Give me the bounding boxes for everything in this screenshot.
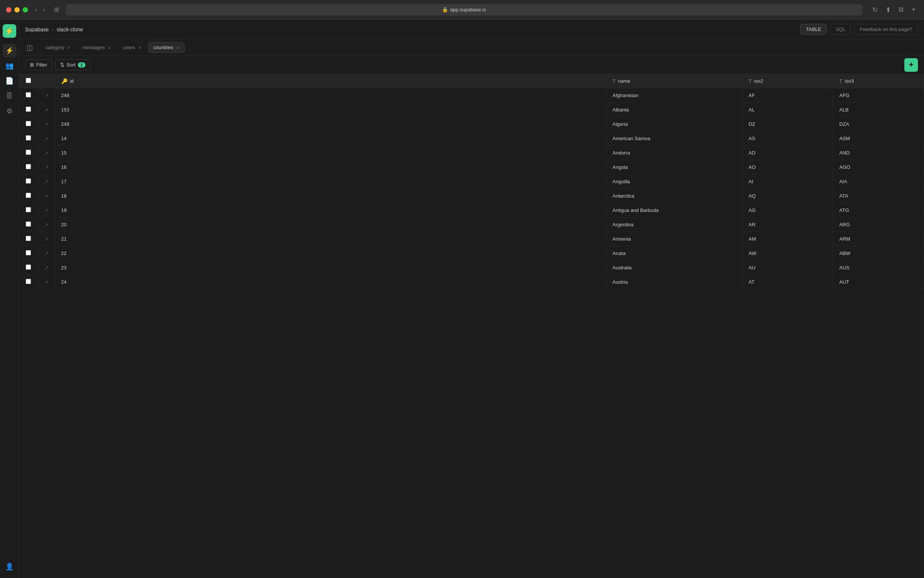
row-checkbox-cell-0[interactable] <box>19 88 38 103</box>
row-checkbox-cell-8[interactable] <box>19 203 38 218</box>
row-checkbox-cell-13[interactable] <box>19 275 38 289</box>
row-expand-button-9[interactable]: ↗ <box>44 222 49 228</box>
row-expand-cell-8[interactable]: ↗ <box>38 203 55 218</box>
tab-messages-close[interactable]: × <box>107 45 112 50</box>
column-header-iso3[interactable]: T iso3 <box>833 74 924 88</box>
sidebar-toggle-button[interactable]: ⊞ <box>52 5 61 14</box>
sidebar-item-settings[interactable]: ⚙ <box>3 104 16 118</box>
row-checkbox-cell-6[interactable] <box>19 175 38 189</box>
row-checkbox-7[interactable] <box>26 193 31 198</box>
row-expand-cell-0[interactable]: ↗ <box>38 88 55 103</box>
row-checkbox-cell-5[interactable] <box>19 160 38 175</box>
row-expand-cell-11[interactable]: ↗ <box>38 246 55 261</box>
row-expand-cell-6[interactable]: ↗ <box>38 175 55 189</box>
tab-countries-close[interactable]: × <box>176 45 180 50</box>
row-expand-button-2[interactable]: ↗ <box>44 121 49 127</box>
column-header-id[interactable]: 🔑 id <box>55 74 607 88</box>
row-checkbox-6[interactable] <box>26 178 31 183</box>
row-expand-cell-4[interactable]: ↗ <box>38 146 55 160</box>
row-checkbox-cell-2[interactable] <box>19 117 38 132</box>
tab-category-close[interactable]: × <box>67 45 71 50</box>
row-expand-button-11[interactable]: ↗ <box>44 250 49 257</box>
row-expand-button-7[interactable]: ↗ <box>44 193 49 199</box>
extensions-button[interactable]: ⧉ <box>896 5 906 15</box>
row-expand-button-10[interactable]: ↗ <box>44 236 49 242</box>
row-expand-cell-3[interactable]: ↗ <box>38 132 55 146</box>
row-expand-button-12[interactable]: ↗ <box>44 265 49 271</box>
row-expand-button-8[interactable]: ↗ <box>44 208 49 213</box>
new-tab-button[interactable]: + <box>909 5 918 15</box>
sql-mode-button[interactable]: SQL <box>830 24 851 35</box>
sort-button[interactable]: ⇅ Sort 1 <box>55 59 90 70</box>
row-expand-cell-13[interactable]: ↗ <box>38 275 55 289</box>
tab-countries[interactable]: countries × <box>148 42 185 53</box>
row-checkbox-0[interactable] <box>26 92 31 97</box>
row-checkbox-8[interactable] <box>26 207 31 212</box>
table-mode-button[interactable]: TABLE <box>800 24 827 35</box>
row-checkbox-cell-11[interactable] <box>19 246 38 261</box>
row-checkbox-cell-7[interactable] <box>19 189 38 203</box>
row-id-7: 18 <box>55 189 607 203</box>
row-expand-cell-1[interactable]: ↗ <box>38 103 55 117</box>
row-checkbox-13[interactable] <box>26 279 31 284</box>
row-checkbox-cell-4[interactable] <box>19 146 38 160</box>
row-checkbox-1[interactable] <box>26 107 31 112</box>
share-button[interactable]: ⬆ <box>883 5 893 15</box>
tab-messages[interactable]: messages × <box>78 42 116 53</box>
select-all-checkbox[interactable] <box>26 78 31 83</box>
sidebar-item-database[interactable]: 🗄 <box>3 89 16 103</box>
reload-button[interactable]: ↻ <box>870 5 880 15</box>
breadcrumb-root[interactable]: Supabase <box>25 26 49 32</box>
row-checkbox-cell-9[interactable] <box>19 218 38 232</box>
row-expand-button-5[interactable]: ↗ <box>44 164 49 170</box>
tab-users-close[interactable]: × <box>137 45 142 50</box>
row-expand-cell-9[interactable]: ↗ <box>38 218 55 232</box>
add-row-button[interactable]: + <box>904 58 918 72</box>
row-checkbox-4[interactable] <box>26 149 31 155</box>
breadcrumb-separator: › <box>52 26 54 32</box>
row-checkbox-12[interactable] <box>26 265 31 270</box>
back-button[interactable]: ‹ <box>33 6 39 14</box>
breadcrumb-project[interactable]: slack-clone <box>57 26 83 32</box>
row-expand-button-13[interactable]: ↗ <box>44 279 49 285</box>
row-checkbox-cell-12[interactable] <box>19 261 38 275</box>
select-all-header[interactable] <box>19 74 38 88</box>
tab-users-label: users <box>123 45 135 50</box>
row-expand-button-1[interactable]: ↗ <box>44 107 49 113</box>
feedback-button[interactable]: Feedback on this page? <box>854 24 918 35</box>
row-checkbox-cell-10[interactable] <box>19 232 38 246</box>
row-expand-cell-2[interactable]: ↗ <box>38 117 55 132</box>
sidebar-item-editor[interactable]: 📄 <box>3 74 16 88</box>
tab-users[interactable]: users × <box>118 42 147 53</box>
row-checkbox-5[interactable] <box>26 164 31 169</box>
minimize-traffic-light[interactable] <box>15 7 20 13</box>
row-checkbox-2[interactable] <box>26 121 31 126</box>
row-expand-button-3[interactable]: ↗ <box>44 136 49 142</box>
table-container[interactable]: 🔑 id T name T <box>19 74 924 578</box>
column-header-name[interactable]: T name <box>607 74 742 88</box>
row-expand-button-4[interactable]: ↗ <box>44 150 49 156</box>
row-checkbox-10[interactable] <box>26 236 31 241</box>
row-expand-cell-5[interactable]: ↗ <box>38 160 55 175</box>
row-expand-cell-10[interactable]: ↗ <box>38 232 55 246</box>
row-expand-button-0[interactable]: ↗ <box>44 93 49 99</box>
row-checkbox-3[interactable] <box>26 135 31 141</box>
panel-toggle-button[interactable]: ◫ <box>23 42 36 53</box>
row-expand-cell-7[interactable]: ↗ <box>38 189 55 203</box>
sidebar-item-activity[interactable]: ⚡ <box>3 44 16 57</box>
address-bar[interactable]: 🔒 app.supabase.io <box>66 4 863 16</box>
close-traffic-light[interactable] <box>6 7 11 13</box>
sidebar-item-profile[interactable]: 👤 <box>3 560 16 573</box>
row-checkbox-11[interactable] <box>26 250 31 255</box>
forward-button[interactable]: › <box>41 6 47 14</box>
tab-category[interactable]: category × <box>41 42 76 53</box>
fullscreen-traffic-light[interactable] <box>23 7 28 13</box>
column-header-iso2[interactable]: T iso2 <box>742 74 833 88</box>
row-checkbox-cell-1[interactable] <box>19 103 38 117</box>
row-expand-button-6[interactable]: ↗ <box>44 179 49 185</box>
sidebar-item-users[interactable]: 👥 <box>3 59 16 73</box>
filter-button[interactable]: ⊞ Filter <box>25 59 52 70</box>
row-checkbox-9[interactable] <box>26 221 31 227</box>
row-checkbox-cell-3[interactable] <box>19 132 38 146</box>
row-expand-cell-12[interactable]: ↗ <box>38 261 55 275</box>
